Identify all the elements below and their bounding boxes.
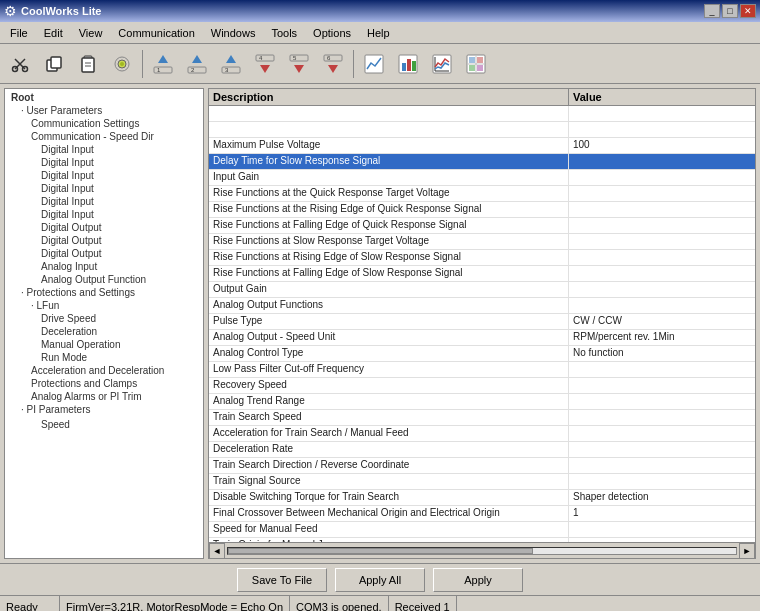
tree-item-root[interactable]: Root [7, 91, 201, 104]
chart1-button[interactable] [358, 48, 390, 80]
tree-item-do2[interactable]: Digital Output [7, 234, 201, 247]
tree-item-run-mode[interactable]: Run Mode [7, 351, 201, 364]
table-row[interactable]: Input Gain [209, 170, 755, 186]
table-row[interactable]: Rise Functions at Rising Edge of Slow Re… [209, 250, 755, 266]
title-text: CoolWorks Lite [21, 5, 101, 17]
upload3-button[interactable]: 3 [215, 48, 247, 80]
table-row[interactable]: Rise Functions at the Rising Edge of Qui… [209, 202, 755, 218]
chart3-button[interactable] [426, 48, 458, 80]
tree-item-accel-decel[interactable]: Acceleration and Deceleration [7, 364, 201, 377]
tree-item-lfun[interactable]: · LFun [7, 299, 201, 312]
upload2-button[interactable]: 2 [181, 48, 213, 80]
tree-item-deceleration[interactable]: Deceleration [7, 325, 201, 338]
table-row[interactable]: Pulse Type CW / CCW [209, 314, 755, 330]
menu-windows[interactable]: Windows [203, 25, 264, 41]
tree-item-di2[interactable]: Digital Input [7, 156, 201, 169]
cell-desc: Analog Output Functions [209, 298, 569, 313]
app-icon: ⚙ [4, 3, 17, 19]
tree-item-drive-speed[interactable]: Drive Speed [7, 312, 201, 325]
menu-edit[interactable]: Edit [36, 25, 71, 41]
tree-item-user-params[interactable]: · User Parameters [7, 104, 201, 117]
download3-button[interactable]: 6 [317, 48, 349, 80]
tree-item-di6[interactable]: Digital Input [7, 208, 201, 221]
tree-item-analog-alarms[interactable]: Analog Alarms or PI Trim [7, 390, 201, 403]
apply-button[interactable]: Apply [433, 568, 523, 592]
menu-tools[interactable]: Tools [263, 25, 305, 41]
menu-file[interactable]: File [2, 25, 36, 41]
scroll-left-button[interactable]: ◄ [209, 543, 225, 559]
table-row[interactable]: Speed for Manual Feed [209, 522, 755, 538]
tree-item-do1[interactable]: Digital Output [7, 221, 201, 234]
horizontal-scrollbar[interactable]: ◄ ► [209, 542, 755, 558]
table-row[interactable]: Rise Functions at the Quick Response Tar… [209, 186, 755, 202]
table-row[interactable]: Train Signal Source [209, 474, 755, 490]
table-row[interactable]: Train Search Speed [209, 410, 755, 426]
table-row[interactable]: Analog Control Type No function [209, 346, 755, 362]
tree-item-manual-op[interactable]: Manual Operation [7, 338, 201, 351]
tree-item-di4[interactable]: Digital Input [7, 182, 201, 195]
cell-desc: Output Gain [209, 282, 569, 297]
table-row[interactable] [209, 106, 755, 122]
table-row[interactable]: Recovery Speed [209, 378, 755, 394]
scroll-track[interactable] [227, 547, 737, 555]
tree-item-comm-speed[interactable]: Communication - Speed Dir [7, 130, 201, 143]
close-button[interactable]: ✕ [740, 4, 756, 18]
menu-communication[interactable]: Communication [110, 25, 202, 41]
cell-desc: Analog Control Type [209, 346, 569, 361]
cut-button[interactable] [4, 48, 36, 80]
apply-all-button[interactable]: Apply All [335, 568, 425, 592]
download2-button[interactable]: 5 [283, 48, 315, 80]
table-row[interactable]: Rise Functions at Slow Response Target V… [209, 234, 755, 250]
tree-item-protections[interactable]: · Protections and Settings [7, 286, 201, 299]
tree-item-comm-settings[interactable]: Communication Settings [7, 117, 201, 130]
cell-val: Shaper detection [569, 490, 755, 505]
table-row[interactable]: Disable Switching Torque for Train Searc… [209, 490, 755, 506]
cell-desc: Low Pass Filter Cut-off Frequency [209, 362, 569, 377]
connect-button[interactable] [106, 48, 138, 80]
tree-item-di3[interactable]: Digital Input [7, 169, 201, 182]
table-row[interactable]: Output Gain [209, 282, 755, 298]
menu-help[interactable]: Help [359, 25, 398, 41]
table-row[interactable]: Final Crossover Between Mechanical Origi… [209, 506, 755, 522]
menu-options[interactable]: Options [305, 25, 359, 41]
menu-view[interactable]: View [71, 25, 111, 41]
tree-item-prot-clamps[interactable]: Protections and Clamps [7, 377, 201, 390]
minimize-button[interactable]: _ [704, 4, 720, 18]
table-row[interactable]: Low Pass Filter Cut-off Frequency [209, 362, 755, 378]
table-scroll[interactable]: Maximum Pulse Voltage 100 Delay Time for… [209, 106, 755, 542]
scroll-thumb[interactable] [228, 548, 533, 554]
cell-val [569, 218, 755, 233]
table-row[interactable]: Deceleration Rate [209, 442, 755, 458]
table-row[interactable]: Rise Functions at Falling Edge of Slow R… [209, 266, 755, 282]
cell-val [569, 522, 755, 537]
table-row-selected[interactable]: Delay Time for Slow Response Signal [209, 154, 755, 170]
chart2-button[interactable] [392, 48, 424, 80]
download1-button[interactable]: 4 [249, 48, 281, 80]
tree-item-pi-params[interactable]: · PI Parameters [7, 403, 201, 416]
svg-marker-15 [158, 55, 168, 63]
tree-item-ai1[interactable]: Analog Input [7, 260, 201, 273]
maximize-button[interactable]: □ [722, 4, 738, 18]
table-row[interactable]: Analog Output Functions [209, 298, 755, 314]
table-row[interactable]: Rise Functions at Falling Edge of Quick … [209, 218, 755, 234]
tree-item-do3[interactable]: Digital Output [7, 247, 201, 260]
paste-button[interactable] [72, 48, 104, 80]
table-row[interactable]: Analog Trend Range [209, 394, 755, 410]
tree-item-speed[interactable]: Speed [7, 418, 201, 431]
cell-desc: Analog Trend Range [209, 394, 569, 409]
cell-desc: Rise Functions at the Rising Edge of Qui… [209, 202, 569, 217]
table-row[interactable]: Train Search Direction / Reverse Coordin… [209, 458, 755, 474]
copy-button[interactable] [38, 48, 70, 80]
tree-item-di1[interactable]: Digital Input [7, 143, 201, 156]
tree-item-ao-func[interactable]: Analog Output Function [7, 273, 201, 286]
left-panel-scroll[interactable]: Root · User Parameters Communication Set… [5, 89, 203, 558]
table-row[interactable]: Analog Output - Speed Unit RPM/percent r… [209, 330, 755, 346]
table-row[interactable] [209, 122, 755, 138]
tree-item-di5[interactable]: Digital Input [7, 195, 201, 208]
save-to-file-button[interactable]: Save To File [237, 568, 327, 592]
upload1-button[interactable]: 1 [147, 48, 179, 80]
scroll-right-button[interactable]: ► [739, 543, 755, 559]
chart4-button[interactable] [460, 48, 492, 80]
table-row[interactable]: Acceleration for Train Search / Manual F… [209, 426, 755, 442]
table-row[interactable]: Maximum Pulse Voltage 100 [209, 138, 755, 154]
